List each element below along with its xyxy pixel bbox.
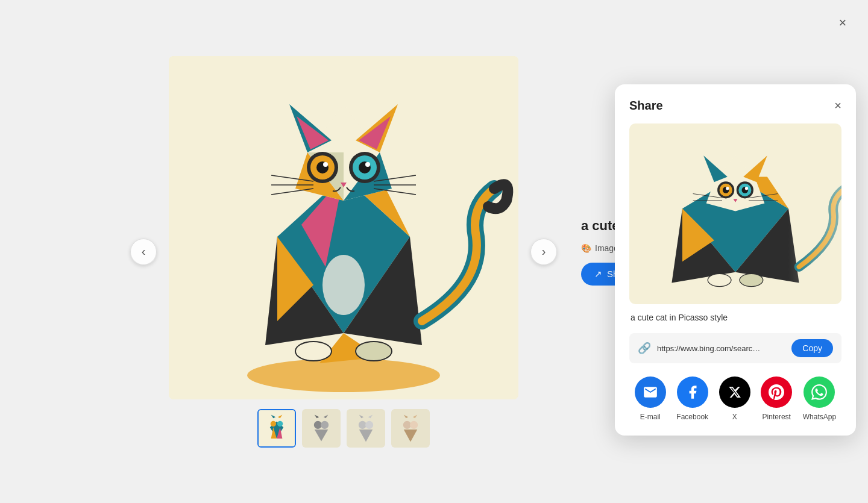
email-label: E-mail: [640, 413, 661, 421]
svg-point-50: [359, 420, 366, 428]
share-preview-image: [629, 123, 841, 304]
share-image-caption: a cute cat in Picasso style: [629, 313, 841, 322]
share-icon: ↗: [594, 269, 602, 280]
creator-icon: 🎨: [581, 243, 591, 253]
thumbnail-1[interactable]: [257, 409, 296, 448]
close-share-button[interactable]: ×: [834, 99, 841, 113]
svg-point-37: [271, 420, 276, 426]
share-url-text: https://www.bing.com/searc…: [657, 344, 785, 353]
link-icon: 🔗: [638, 342, 651, 355]
svg-point-76: [726, 187, 729, 190]
prev-arrow-icon: ‹: [142, 245, 146, 258]
thumbnail-3[interactable]: [347, 409, 385, 448]
svg-point-33: [356, 342, 392, 361]
svg-point-32: [295, 342, 332, 361]
svg-rect-85: [788, 134, 841, 293]
svg-point-24: [365, 162, 370, 167]
svg-point-77: [745, 187, 748, 190]
svg-point-84: [740, 273, 763, 286]
share-url-row: 🔗 https://www.bing.com/searc… Copy: [629, 333, 841, 363]
share-panel-title: Share: [629, 99, 663, 113]
social-item-whatsapp[interactable]: WhatsApp: [803, 376, 836, 421]
email-icon: [635, 376, 666, 408]
close-main-button[interactable]: ×: [832, 12, 854, 34]
share-social-row: E-mail Facebook X Pinterest: [629, 376, 841, 421]
x-icon: [719, 376, 750, 408]
svg-point-34: [322, 255, 365, 315]
copy-button[interactable]: Copy: [791, 339, 833, 357]
svg-point-51: [365, 420, 373, 428]
social-item-facebook[interactable]: Facebook: [676, 376, 708, 421]
pinterest-label: Pinterest: [763, 413, 791, 421]
main-image-wrapper: [169, 56, 518, 399]
share-panel-header: Share ×: [629, 99, 841, 113]
whatsapp-label: WhatsApp: [803, 413, 836, 421]
social-item-pinterest[interactable]: Pinterest: [761, 376, 792, 421]
svg-point-38: [277, 420, 283, 426]
next-arrow-button[interactable]: ›: [530, 239, 557, 265]
main-container: × ‹: [0, 0, 868, 503]
whatsapp-icon: [804, 376, 835, 408]
svg-point-23: [323, 162, 328, 167]
image-section: [169, 56, 518, 448]
thumbnail-4[interactable]: [391, 409, 430, 448]
thumbnail-strip: [257, 409, 430, 448]
thumbnail-2[interactable]: [302, 409, 341, 448]
main-cat-image: [169, 56, 518, 399]
x-label: X: [732, 413, 737, 421]
prev-arrow-button[interactable]: ‹: [130, 239, 157, 265]
share-panel: Share ×: [615, 84, 856, 436]
svg-point-44: [314, 420, 322, 428]
facebook-icon: [677, 376, 708, 408]
svg-point-83: [708, 273, 731, 286]
svg-point-1: [247, 358, 440, 392]
svg-point-45: [321, 420, 329, 428]
svg-point-57: [410, 420, 418, 428]
next-arrow-icon: ›: [542, 245, 546, 258]
social-item-email[interactable]: E-mail: [635, 376, 666, 421]
close-share-icon: ×: [834, 99, 841, 113]
pinterest-icon: [761, 376, 792, 408]
close-main-icon: ×: [839, 15, 847, 31]
svg-point-56: [403, 420, 411, 428]
social-item-x[interactable]: X: [719, 376, 750, 421]
facebook-label: Facebook: [676, 413, 708, 421]
